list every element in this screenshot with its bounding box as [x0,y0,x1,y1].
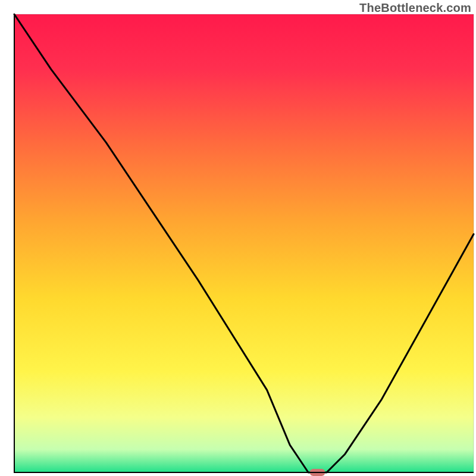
watermark-text: TheBottleneck.com [359,1,471,15]
chart-background-gradient [14,14,474,472]
chart-container: TheBottleneck.com [0,0,476,476]
bottleneck-chart [0,0,476,476]
